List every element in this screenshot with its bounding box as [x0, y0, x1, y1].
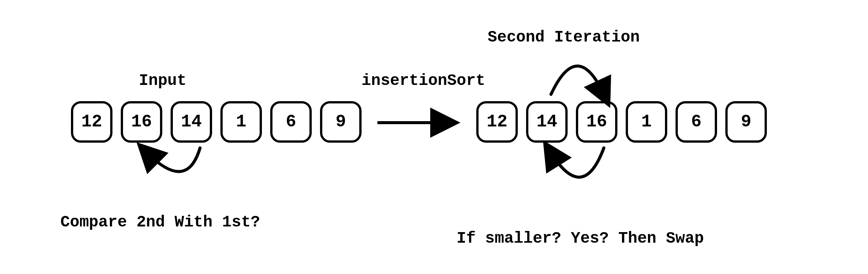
label-second-iteration: Second Iteration: [488, 28, 640, 46]
right-cell-4: 6: [676, 101, 717, 143]
label-compare: Compare 2nd With 1st?: [60, 213, 260, 231]
right-cell-2: 16: [576, 101, 617, 143]
left-cell-0: 12: [71, 101, 112, 143]
left-cell-5: 9: [320, 101, 362, 143]
right-cell-3: 1: [626, 101, 667, 143]
arrow-compare-left: [147, 148, 200, 171]
label-algorithm: insertionSort: [362, 72, 485, 90]
right-cell-5: 9: [725, 101, 767, 143]
arrow-second-iteration: [551, 66, 604, 94]
label-input: Input: [139, 72, 186, 90]
label-swap: If smaller? Yes? Then Swap: [457, 229, 704, 248]
left-cell-2: 14: [171, 101, 212, 143]
diagram-stage: Input insertionSort Second Iteration Com…: [0, 0, 868, 274]
left-cell-1: 16: [121, 101, 162, 143]
left-cell-3: 1: [220, 101, 262, 143]
right-cell-0: 12: [476, 101, 518, 143]
right-cell-1: 14: [526, 101, 568, 143]
arrow-swap-right: [551, 148, 604, 177]
left-cell-4: 6: [270, 101, 312, 143]
